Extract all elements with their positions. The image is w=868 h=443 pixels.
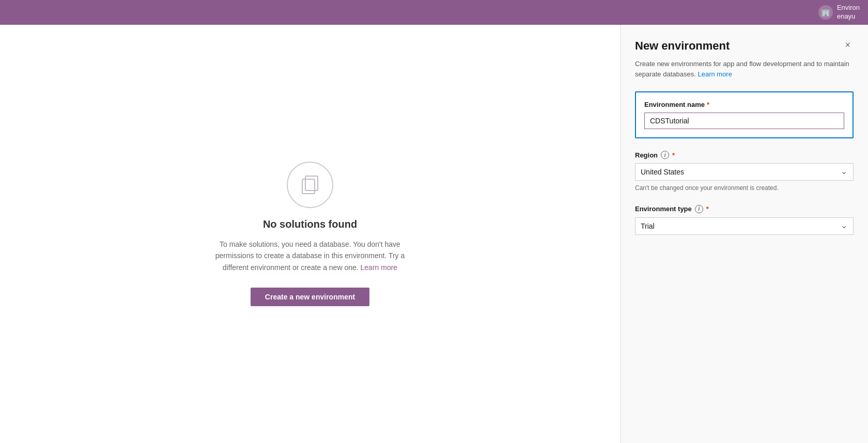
env-type-select[interactable]: Trial Production Sandbox: [635, 217, 854, 235]
panel-subtitle: Create new environments for app and flow…: [635, 59, 854, 79]
environment-icon: 🏢: [818, 5, 833, 20]
svg-rect-0: [302, 179, 315, 194]
region-required-star: *: [672, 151, 675, 159]
close-panel-button[interactable]: ×: [842, 39, 854, 51]
main-content-area: No solutions found To make solutions, yo…: [0, 25, 620, 443]
env-label: Environ: [837, 4, 860, 12]
new-environment-panel: New environment × Create new environment…: [620, 25, 868, 443]
region-helper-text: Can't be changed once your environment i…: [635, 184, 854, 193]
region-select[interactable]: United States Europe Asia Pacific United…: [635, 163, 854, 181]
no-solutions-icon: [287, 162, 333, 208]
region-section: Region i * United States Europe Asia Pac…: [635, 151, 854, 193]
required-star: *: [707, 101, 709, 108]
env-type-section: Environment type i * Trial Production Sa…: [635, 205, 854, 235]
region-info-icon: i: [661, 151, 669, 159]
env-type-info-icon: i: [695, 205, 703, 213]
env-name-section: Environment name *: [635, 91, 854, 138]
panel-title: New environment: [635, 39, 730, 53]
create-new-environment-button[interactable]: Create a new environment: [251, 288, 369, 306]
header-right-section: 🏢 Environ enayu: [818, 4, 860, 21]
learn-more-link[interactable]: Learn more: [361, 263, 398, 272]
env-name-input[interactable]: [644, 113, 844, 129]
env-type-required-star: *: [706, 205, 709, 213]
user-label: enayu: [837, 12, 860, 21]
region-select-wrapper: United States Europe Asia Pacific United…: [635, 163, 854, 181]
no-solutions-description: To make solutions, you need a database. …: [207, 239, 413, 273]
region-label: Region i *: [635, 151, 854, 159]
panel-header: New environment ×: [635, 39, 854, 53]
panel-learn-more-link[interactable]: Learn more: [698, 70, 732, 78]
env-type-label: Environment type i *: [635, 205, 854, 213]
env-type-select-wrapper: Trial Production Sandbox: [635, 217, 854, 235]
env-name-label: Environment name *: [644, 101, 844, 108]
no-solutions-title: No solutions found: [263, 218, 357, 230]
header-env-text: Environ enayu: [837, 4, 860, 21]
app-header: 🏢 Environ enayu: [0, 0, 868, 25]
svg-rect-1: [305, 176, 318, 191]
